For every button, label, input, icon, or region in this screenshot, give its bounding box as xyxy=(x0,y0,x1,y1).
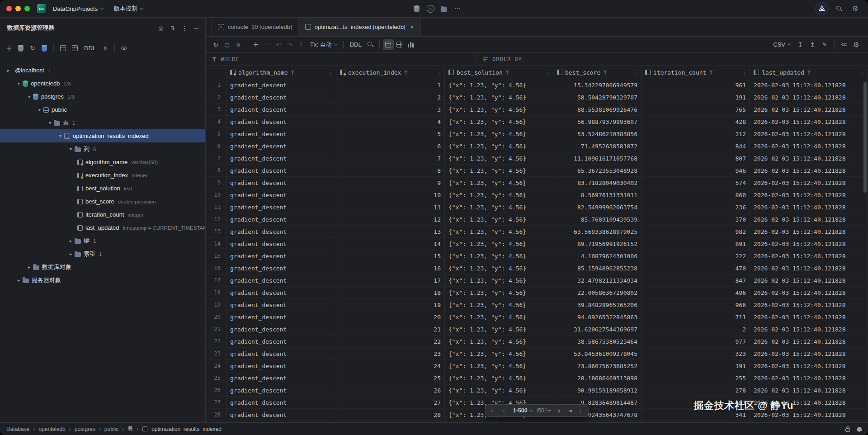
add-row-icon[interactable] xyxy=(250,39,261,50)
cell-execution_index[interactable]: 4 xyxy=(336,116,445,128)
tree-item-localhost[interactable]: @localhost7 xyxy=(0,64,205,77)
cell-best_score[interactable]: 4.10879624301006 xyxy=(553,250,642,262)
cell-algorithm_name[interactable]: gradient_descent xyxy=(226,201,336,213)
tree-item-best-score[interactable]: best_scoredouble precision xyxy=(0,195,205,208)
cell-last_updated[interactable]: 2026-02-03 15:12:40.121828 xyxy=(750,213,868,225)
cell-algorithm_name[interactable]: gradient_descent xyxy=(226,360,336,372)
import-icon[interactable] xyxy=(795,39,806,50)
cell-last_updated[interactable]: 2026-02-03 15:12:40.121828 xyxy=(750,201,868,213)
row-number[interactable]: 14 xyxy=(206,238,226,250)
user-avatar[interactable] xyxy=(815,2,829,15)
tree-item-public[interactable]: public xyxy=(0,103,205,116)
project-selector[interactable]: DataGripProjects xyxy=(49,4,107,14)
column-menu-icon[interactable] xyxy=(860,70,865,76)
cell-algorithm_name[interactable]: gradient_descent xyxy=(226,79,336,91)
cell-best_score[interactable]: 89.71956991926152 xyxy=(553,238,642,250)
cell-best_score[interactable]: 83.71828049030402 xyxy=(553,177,642,189)
cell-iteration_count[interactable]: 341 xyxy=(642,409,750,421)
cell-last_updated[interactable]: 2026-02-03 15:12:40.121828 xyxy=(750,250,868,262)
cell-algorithm_name[interactable]: gradient_descent xyxy=(226,213,336,225)
cell-iteration_count[interactable]: 222 xyxy=(642,250,750,262)
cell-iteration_count[interactable]: 946 xyxy=(642,165,750,176)
row-number[interactable]: 18 xyxy=(206,287,226,298)
cell-algorithm_name[interactable]: gradient_descent xyxy=(226,348,336,359)
cell-best_solution[interactable]: {"x": 1.23, "y": 4.56} xyxy=(445,165,553,176)
cell-execution_index[interactable]: 14 xyxy=(336,238,445,250)
redo-icon[interactable] xyxy=(284,39,295,50)
filter-icon[interactable] xyxy=(291,71,295,75)
tx-mode-dropdown[interactable]: Tx: 自动 xyxy=(307,39,340,50)
row-number[interactable]: 24 xyxy=(206,360,226,372)
cell-best_solution[interactable]: {"x": 1.23, "y": 4.56} xyxy=(445,91,553,103)
tree-item-execution-index[interactable]: execution_indexinteger xyxy=(0,169,205,182)
chevron-right-icon[interactable] xyxy=(5,68,12,73)
refresh-icon[interactable] xyxy=(27,43,38,53)
cell-best_solution[interactable]: {"x": 1.23, "y": 4.56} xyxy=(445,311,553,323)
cell-last_updated[interactable]: 2026-02-03 15:12:40.121828 xyxy=(750,397,868,408)
cell-best_score[interactable]: 8.56976131331011 xyxy=(553,189,642,201)
row-number[interactable]: 3 xyxy=(206,104,226,115)
cell-last_updated[interactable]: 2026-02-03 15:12:40.121828 xyxy=(750,262,868,274)
cell-last_updated[interactable]: 2026-02-03 15:12:40.121828 xyxy=(750,372,868,384)
row-number[interactable]: 9 xyxy=(206,177,226,189)
cell-best_solution[interactable]: {"x": 1.23, "y": 4.56} xyxy=(445,189,553,201)
cell-last_updated[interactable]: 2026-02-03 15:12:40.121828 xyxy=(750,189,868,201)
tab-optimizat-ts-indexed-openteledb[interactable]: optimizat...ts_indexed [openteledb] xyxy=(299,18,421,36)
row-number[interactable]: 12 xyxy=(206,213,226,225)
cell-execution_index[interactable]: 23 xyxy=(336,348,445,359)
breadcrumb-item[interactable]: optimization_results_indexed xyxy=(151,426,222,432)
cell-iteration_count[interactable]: 496 xyxy=(642,287,750,298)
auto-refresh-icon[interactable] xyxy=(222,39,232,50)
row-number[interactable]: 6 xyxy=(206,140,226,152)
cell-execution_index[interactable]: 1 xyxy=(336,79,445,91)
cell-execution_index[interactable]: 27 xyxy=(336,397,445,408)
cell-best_score[interactable]: 88.55381069926476 xyxy=(553,104,642,115)
breadcrumb-item[interactable]: public xyxy=(104,426,118,432)
first-page-button[interactable] xyxy=(488,406,498,416)
cell-iteration_count[interactable]: 807 xyxy=(642,152,750,164)
cell-execution_index[interactable]: 21 xyxy=(336,323,445,335)
cell-best_score[interactable]: 22.00586367290802 xyxy=(553,287,642,298)
column-header-best_solution[interactable]: best_solution xyxy=(445,66,553,79)
row-number[interactable]: 5 xyxy=(206,128,226,140)
cell-best_score[interactable]: 58.50428790329707 xyxy=(553,91,642,103)
row-number[interactable]: 28 xyxy=(206,409,226,421)
cell-best_solution[interactable]: {"x": 1.23, "y": 4.56} xyxy=(445,213,553,225)
cell-execution_index[interactable]: 18 xyxy=(336,287,445,298)
chevron-down-icon[interactable] xyxy=(15,81,23,86)
row-number[interactable]: 27 xyxy=(206,397,226,408)
tree-item-表[interactable]: 表1 xyxy=(0,116,205,129)
column-menu-icon[interactable] xyxy=(742,70,747,76)
settings-gear-icon[interactable] xyxy=(850,3,861,14)
cell-last_updated[interactable]: 2026-02-03 15:12:40.121828 xyxy=(750,140,868,152)
filter-icon[interactable] xyxy=(603,71,607,75)
cell-execution_index[interactable]: 20 xyxy=(336,311,445,323)
cell-execution_index[interactable]: 9 xyxy=(336,177,445,189)
csv-format-dropdown[interactable]: CSV xyxy=(770,39,793,50)
minimize-window-button[interactable] xyxy=(15,6,21,11)
add-datasource-icon[interactable] xyxy=(4,43,14,53)
cell-last_updated[interactable]: 2026-02-03 15:12:40.121828 xyxy=(750,79,868,91)
cell-last_updated[interactable]: 2026-02-03 15:12:40.121828 xyxy=(750,360,868,372)
tree-item-列[interactable]: 列6 xyxy=(0,142,205,156)
cell-last_updated[interactable]: 2026-02-03 15:12:40.121828 xyxy=(750,348,868,359)
cell-iteration_count[interactable]: 977 xyxy=(642,336,750,347)
close-window-button[interactable] xyxy=(6,6,12,11)
cell-last_updated[interactable]: 2026-02-03 15:12:40.121828 xyxy=(750,384,868,396)
tree-item-iteration-count[interactable]: iteration_countinteger xyxy=(0,208,205,221)
cell-last_updated[interactable]: 2026-02-03 15:12:40.121828 xyxy=(750,287,868,298)
row-number[interactable]: 8 xyxy=(206,165,226,176)
cell-best_solution[interactable]: {"x": 1.23, "y": 4.56} xyxy=(445,262,553,274)
run-icon[interactable] xyxy=(425,3,436,14)
cell-last_updated[interactable]: 2026-02-03 15:12:40.121828 xyxy=(750,274,868,286)
cell-best_solution[interactable]: {"x": 1.23, "y": 4.56} xyxy=(445,360,553,372)
cell-iteration_count[interactable]: 278 xyxy=(642,384,750,396)
filter-icon[interactable] xyxy=(505,71,509,75)
column-header-last_updated[interactable]: last_updated xyxy=(750,66,868,79)
tree-item-last-updated[interactable]: last_updatedtimestamp = CURRENT_TIMESTAM… xyxy=(0,221,205,234)
chevron-right-icon[interactable] xyxy=(67,238,75,243)
chevron-right-icon[interactable] xyxy=(25,265,33,270)
cell-algorithm_name[interactable]: gradient_descent xyxy=(226,104,336,115)
tab-console-10-openteledb[interactable]: console_10 [openteledb] xyxy=(211,18,299,36)
cell-iteration_count[interactable]: 255 xyxy=(642,372,750,384)
